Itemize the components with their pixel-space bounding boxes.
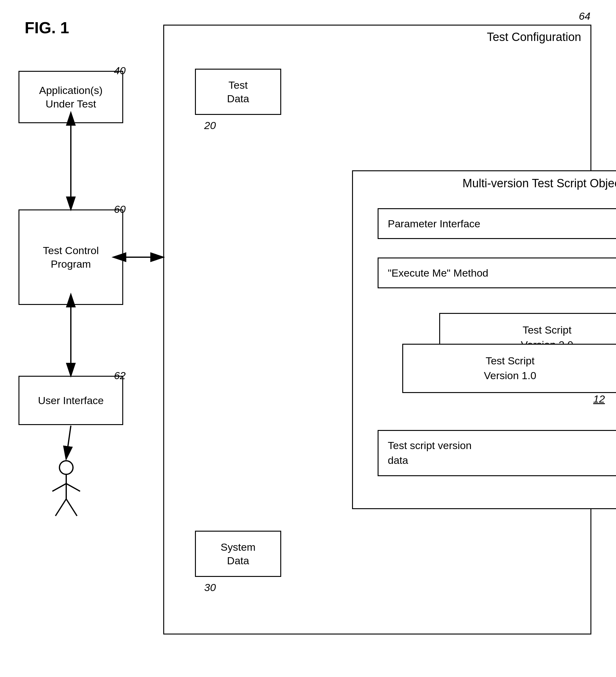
svg-point-0 bbox=[59, 461, 73, 474]
parameter-interface-box: Parameter Interface 16 bbox=[378, 208, 616, 239]
ts-v1-label: Test Script Version 1.0 bbox=[484, 354, 536, 383]
system-data-label: System Data bbox=[221, 540, 255, 567]
test-configuration-label: Test Configuration bbox=[487, 31, 581, 44]
ref-62: 62 bbox=[114, 370, 126, 381]
app-under-test-box: Application(s) Under Test bbox=[18, 71, 123, 123]
ts-v1-box: Test Script Version 1.0 bbox=[402, 344, 616, 393]
ts-vdata-box: Test script version data 35 bbox=[378, 430, 616, 476]
test-data-box: Test Data bbox=[195, 69, 281, 115]
fig-label: FIG. 1 bbox=[25, 18, 69, 37]
user-interface-label: User Interface bbox=[38, 394, 104, 407]
svg-line-3 bbox=[66, 484, 80, 491]
ts-vdata-label: Test script version data bbox=[388, 438, 472, 467]
test-control-program-box: Test Control Program bbox=[18, 210, 123, 305]
svg-line-4 bbox=[55, 499, 66, 516]
ref-64: 64 bbox=[579, 10, 590, 22]
svg-line-5 bbox=[66, 499, 77, 516]
test-control-program-label: Test Control Program bbox=[43, 244, 98, 271]
ref-40: 40 bbox=[114, 65, 126, 77]
mvtso-title: Multi-version Test Script Object bbox=[353, 177, 616, 190]
user-interface-box: User Interface bbox=[18, 376, 123, 425]
execute-me-label: "Execute Me" Method bbox=[388, 267, 488, 279]
app-under-test-label: Application(s) Under Test bbox=[39, 84, 102, 110]
mvtso-box: 10 Multi-version Test Script Object Para… bbox=[352, 170, 616, 509]
test-data-label: Test Data bbox=[227, 78, 249, 105]
ref-20: 20 bbox=[204, 120, 216, 132]
execute-me-box: "Execute Me" Method 18 bbox=[378, 258, 616, 288]
parameter-interface-label: Parameter Interface bbox=[388, 218, 480, 230]
ref-60: 60 bbox=[114, 203, 126, 215]
ref-30: 30 bbox=[204, 582, 216, 593]
ref-12: 12 bbox=[593, 393, 605, 405]
svg-line-11 bbox=[66, 426, 71, 458]
test-configuration-box: Test Configuration 64 Test Data 20 10 Mu… bbox=[163, 25, 591, 634]
person-figure bbox=[48, 459, 85, 521]
system-data-box: System Data bbox=[195, 531, 281, 577]
svg-line-2 bbox=[52, 484, 66, 491]
